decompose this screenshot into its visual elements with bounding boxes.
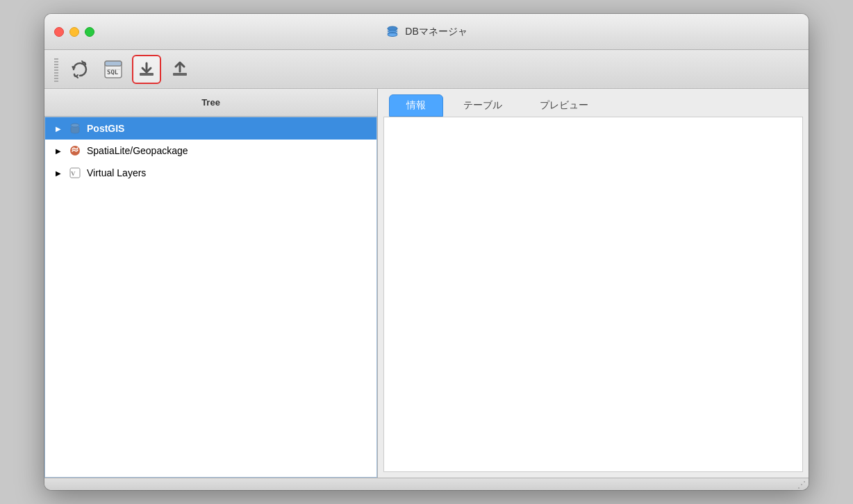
tree-item-virtual[interactable]: ▶ V Virtual Layers bbox=[45, 162, 376, 184]
svg-text:V: V bbox=[71, 170, 76, 177]
toolbar: SQL bbox=[44, 50, 809, 89]
tab-info[interactable]: 情報 bbox=[389, 94, 443, 117]
titlebar: DBマネージャ bbox=[44, 14, 809, 50]
tree-header-label: Tree bbox=[201, 97, 220, 108]
tab-table[interactable]: テーブル bbox=[446, 94, 520, 117]
resize-grip-icon: ⋰ bbox=[797, 480, 806, 489]
spatialite-icon bbox=[69, 144, 81, 157]
svg-point-1 bbox=[388, 33, 397, 36]
refresh-icon bbox=[70, 60, 90, 79]
postgis-icon bbox=[69, 122, 81, 135]
app-icon bbox=[386, 25, 399, 39]
main-window: DBマネージャ SQL bbox=[44, 14, 809, 490]
svg-rect-6 bbox=[140, 73, 154, 76]
minimize-button[interactable] bbox=[69, 27, 79, 37]
export-button[interactable] bbox=[165, 55, 194, 84]
sql-icon: SQL bbox=[103, 60, 123, 79]
window-title: DBマネージャ bbox=[405, 26, 467, 38]
virtual-label: Virtual Layers bbox=[87, 167, 146, 178]
traffic-lights bbox=[54, 27, 94, 37]
tab-info-label: 情報 bbox=[406, 99, 426, 110]
sql-button[interactable]: SQL bbox=[99, 55, 128, 84]
tab-table-label: テーブル bbox=[463, 99, 502, 110]
tabs-bar: 情報 テーブル プレビュー bbox=[378, 89, 809, 117]
tree-item-postgis[interactable]: ▶ PostGIS bbox=[45, 117, 376, 140]
tab-preview[interactable]: プレビュー bbox=[522, 94, 606, 117]
tree-arrow-postgis: ▶ bbox=[53, 124, 63, 133]
virtual-icon: V bbox=[69, 167, 81, 179]
import-icon bbox=[137, 60, 156, 79]
tab-preview-label: プレビュー bbox=[540, 99, 588, 110]
window-bottom: ⋰ bbox=[44, 478, 809, 490]
toolbar-separator bbox=[54, 57, 58, 82]
tab-content-area bbox=[383, 117, 803, 472]
postgis-label: PostGIS bbox=[87, 123, 124, 134]
tree-content[interactable]: ▶ PostGIS ▶ bbox=[44, 117, 377, 478]
close-button[interactable] bbox=[54, 27, 64, 37]
right-panel: 情報 テーブル プレビュー bbox=[378, 89, 809, 478]
tree-item-spatialite[interactable]: ▶ SpatiaLite/Geopackage bbox=[45, 140, 376, 162]
left-panel: Tree ▶ PostGIS bbox=[44, 89, 378, 478]
tree-arrow-spatialite: ▶ bbox=[53, 146, 63, 156]
refresh-button[interactable] bbox=[65, 55, 94, 84]
spatialite-label: SpatiaLite/Geopackage bbox=[87, 145, 188, 156]
svg-rect-3 bbox=[105, 61, 122, 66]
content-area: Tree ▶ PostGIS bbox=[44, 89, 809, 478]
tree-arrow-virtual: ▶ bbox=[53, 168, 63, 178]
title-area: DBマネージャ bbox=[386, 25, 467, 39]
tree-header: Tree bbox=[44, 89, 377, 117]
maximize-button[interactable] bbox=[85, 27, 94, 37]
export-icon bbox=[170, 60, 190, 79]
import-button[interactable] bbox=[132, 55, 161, 84]
svg-rect-9 bbox=[173, 73, 187, 76]
